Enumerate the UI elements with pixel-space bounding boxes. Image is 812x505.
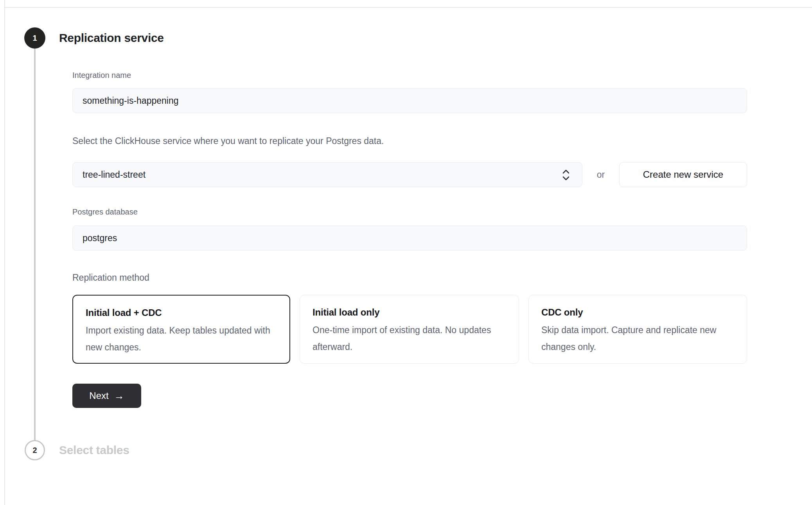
service-select-description: Select the ClickHouse service where you …: [72, 135, 384, 146]
clickhouse-service-select[interactable]: tree-lined-street: [72, 162, 582, 187]
next-button-label: Next: [89, 390, 108, 401]
method-card-title: Initial load + CDC: [86, 307, 277, 318]
panel-top-border: [4, 7, 812, 8]
step-indicator-1: 1: [24, 27, 45, 49]
method-card-description: Skip data import. Capture and replicate …: [541, 322, 734, 355]
method-card-description: One-time import of existing data. No upd…: [313, 322, 506, 355]
next-button[interactable]: Next →: [72, 384, 141, 408]
replication-method-label: Replication method: [72, 272, 149, 283]
integration-name-input[interactable]: [72, 88, 747, 113]
create-new-service-button[interactable]: Create new service: [619, 162, 747, 187]
postgres-database-input[interactable]: [72, 225, 747, 251]
panel-left-border: [4, 0, 5, 505]
arrow-right-icon: →: [114, 391, 124, 401]
method-card-cdc-only[interactable]: CDC only Skip data import. Capture and r…: [528, 295, 747, 364]
selected-service-value: tree-lined-street: [83, 170, 146, 180]
or-label: or: [586, 162, 616, 187]
step-connector-line: [34, 38, 36, 450]
step-indicator-2: 2: [25, 440, 45, 460]
integration-name-label: Integration name: [72, 70, 131, 80]
select-updown-chevron-icon: [561, 169, 571, 181]
step-number: 1: [32, 34, 37, 43]
method-card-initial-load-only[interactable]: Initial load only One-time import of exi…: [300, 295, 519, 364]
method-card-description: Import existing data. Keep tables update…: [86, 322, 277, 356]
postgres-database-label: Postgres database: [72, 207, 138, 216]
step-title-replication-service: Replication service: [59, 27, 164, 49]
method-card-initial-load-cdc[interactable]: Initial load + CDC Import existing data.…: [72, 295, 290, 364]
step-title-select-tables: Select tables: [59, 440, 129, 460]
method-card-title: CDC only: [541, 307, 734, 318]
step-number: 2: [32, 446, 37, 455]
method-card-title: Initial load only: [313, 307, 506, 318]
